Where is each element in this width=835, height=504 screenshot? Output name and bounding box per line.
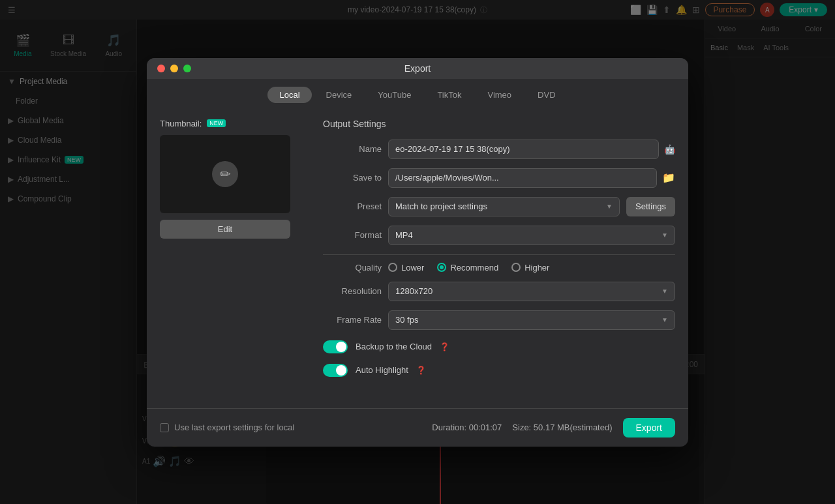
tab-vimeo[interactable]: Vimeo <box>476 87 523 103</box>
format-arrow-icon: ▼ <box>661 231 668 239</box>
edit-thumbnail-button[interactable]: Edit <box>160 220 290 239</box>
preset-row: Preset Match to project settings ▼ Setti… <box>323 197 675 216</box>
preset-select[interactable]: Match to project settings ▼ <box>388 197 620 216</box>
save-to-label: Save to <box>323 173 382 183</box>
backup-toggle[interactable] <box>323 340 348 353</box>
quality-options: Lower Recommend Higher <box>388 263 549 273</box>
preset-label: Preset <box>323 201 382 211</box>
radio-lower-circle <box>388 263 397 272</box>
radio-higher-circle <box>511 263 521 272</box>
tab-dvd[interactable]: DVD <box>526 87 567 103</box>
thumbnail-new-badge: NEW <box>207 119 226 127</box>
modal-title: Export <box>404 63 431 74</box>
format-row: Format MP4 ▼ <box>323 226 675 245</box>
export-main-button[interactable]: Export <box>623 418 675 437</box>
tab-youtube[interactable]: YouTube <box>366 87 423 103</box>
modal-bottom-right: Duration: 00:01:07 Size: 50.17 MB(estima… <box>432 418 675 437</box>
folder-browse-icon[interactable]: 📁 <box>662 171 675 184</box>
frame-rate-arrow-icon: ▼ <box>661 316 668 323</box>
resolution-arrow-icon: ▼ <box>661 288 668 295</box>
tab-local[interactable]: Local <box>267 87 311 103</box>
quality-row: Quality Lower Recommend Higher <box>323 263 675 273</box>
last-settings-checkbox[interactable] <box>160 423 169 432</box>
save-to-input-box[interactable]: /Users/apple/Movies/Won... <box>388 168 657 188</box>
duration-text: Duration: 00:01:07 <box>432 422 502 432</box>
name-input-box[interactable]: eo-2024-07-19 17 15 38(copy) <box>388 140 659 159</box>
size-text: Size: 50.17 MB(estimated) <box>512 422 612 432</box>
resolution-label: Resolution <box>323 286 382 296</box>
output-settings-section: Output Settings Name eo-2024-07-19 17 15… <box>303 119 675 398</box>
backup-help-icon[interactable]: ❓ <box>440 342 449 351</box>
thumbnail-section: Thumbnail: NEW ✏ Edit <box>160 119 303 398</box>
frame-rate-row: Frame Rate 30 fps ▼ <box>323 310 675 330</box>
format-select[interactable]: MP4 ▼ <box>388 226 675 245</box>
modal-tabs: Local Device YouTube TikTok Vimeo DVD <box>147 79 688 108</box>
settings-button[interactable]: Settings <box>626 197 675 216</box>
highlight-toggle[interactable] <box>323 364 348 377</box>
backup-toggle-label: Backup to the Cloud <box>356 342 432 351</box>
format-label: Format <box>323 230 382 240</box>
frame-rate-label: Frame Rate <box>323 315 382 325</box>
last-settings-checkbox-label[interactable]: Use last export settings for local <box>160 422 294 432</box>
name-row: Name eo-2024-07-19 17 15 38(copy) 🤖 <box>323 140 675 159</box>
resolution-select[interactable]: 1280x720 ▼ <box>388 282 675 301</box>
quality-lower[interactable]: Lower <box>388 263 424 273</box>
highlight-help-icon[interactable]: ❓ <box>416 366 426 375</box>
quality-higher[interactable]: Higher <box>511 263 549 273</box>
modal-content: Thumbnail: NEW ✏ Edit Output Settings Na… <box>147 108 688 408</box>
backup-toggle-knob <box>336 342 346 352</box>
modal-bottom-bar: Use last export settings for local Durat… <box>147 408 688 447</box>
thumbnail-label: Thumbnail: NEW <box>160 119 303 128</box>
modal-titlebar: Export <box>147 58 688 79</box>
quality-label: Quality <box>323 263 382 273</box>
maximize-button[interactable] <box>183 65 191 72</box>
name-label: Name <box>323 144 382 154</box>
highlight-toggle-row: Auto Highlight ❓ <box>323 364 675 377</box>
tab-tiktok[interactable]: TikTok <box>425 87 473 103</box>
save-to-row: Save to /Users/apple/Movies/Won... 📁 <box>323 168 675 188</box>
resolution-row: Resolution 1280x720 ▼ <box>323 282 675 301</box>
divider-1 <box>323 254 675 255</box>
minimize-button[interactable] <box>170 65 178 72</box>
save-to-input-group: /Users/apple/Movies/Won... 📁 <box>388 168 675 188</box>
backup-toggle-row: Backup to the Cloud ❓ <box>323 340 675 353</box>
radio-recommend-dot <box>440 265 444 269</box>
export-modal: Export Local Device YouTube TikTok Vimeo… <box>147 58 688 447</box>
frame-rate-select[interactable]: 30 fps ▼ <box>388 310 675 330</box>
thumbnail-preview: ✏ <box>160 135 290 213</box>
highlight-toggle-knob <box>336 365 346 376</box>
name-input-group: eo-2024-07-19 17 15 38(copy) 🤖 <box>388 140 675 159</box>
close-button[interactable] <box>157 65 165 72</box>
preset-arrow-icon: ▼ <box>606 203 613 210</box>
radio-recommend-circle <box>437 263 446 272</box>
quality-recommend[interactable]: Recommend <box>437 263 498 273</box>
output-settings-title: Output Settings <box>323 119 675 129</box>
highlight-toggle-label: Auto Highlight <box>356 365 408 375</box>
thumbnail-pencil-icon: ✏ <box>212 161 238 187</box>
tab-device[interactable]: Device <box>314 87 364 103</box>
ai-edit-icon[interactable]: 🤖 <box>664 144 675 155</box>
